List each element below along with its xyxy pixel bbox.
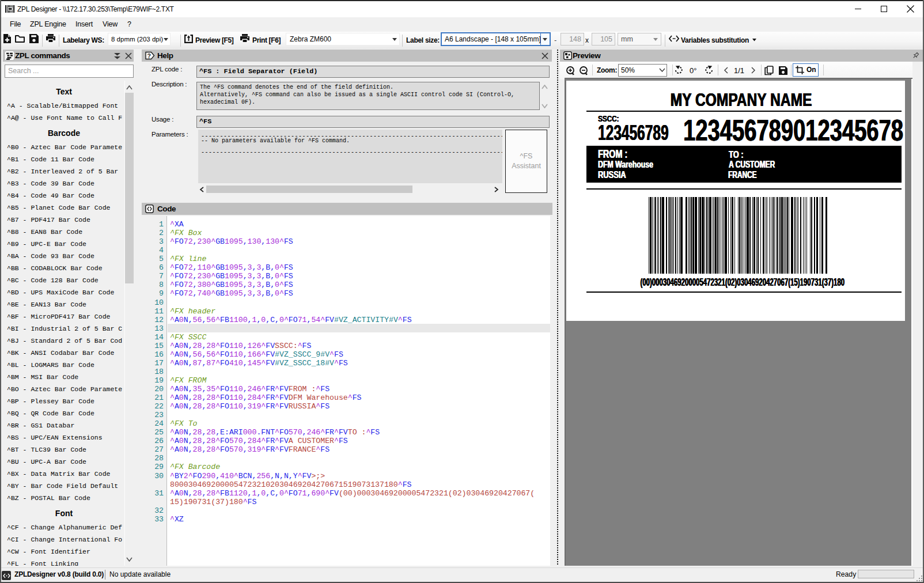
svg-text:?: ? — [147, 52, 150, 59]
